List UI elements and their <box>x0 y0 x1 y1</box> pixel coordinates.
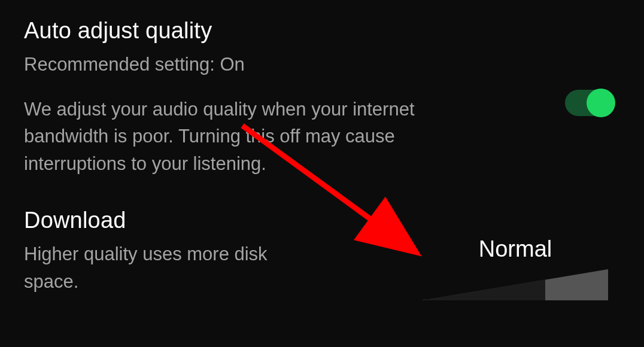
auto-adjust-toggle[interactable] <box>565 90 614 116</box>
download-value-area[interactable]: Normal <box>423 236 608 300</box>
download-quality-value: Normal <box>479 236 552 262</box>
auto-adjust-title: Auto adjust quality <box>24 18 455 44</box>
annotation-arrow-icon <box>236 120 440 275</box>
toggle-knob-icon <box>587 89 615 117</box>
svg-line-1 <box>242 126 413 250</box>
auto-adjust-subtitle: Recommended setting: On <box>24 51 455 79</box>
quality-level-icon <box>423 269 608 300</box>
